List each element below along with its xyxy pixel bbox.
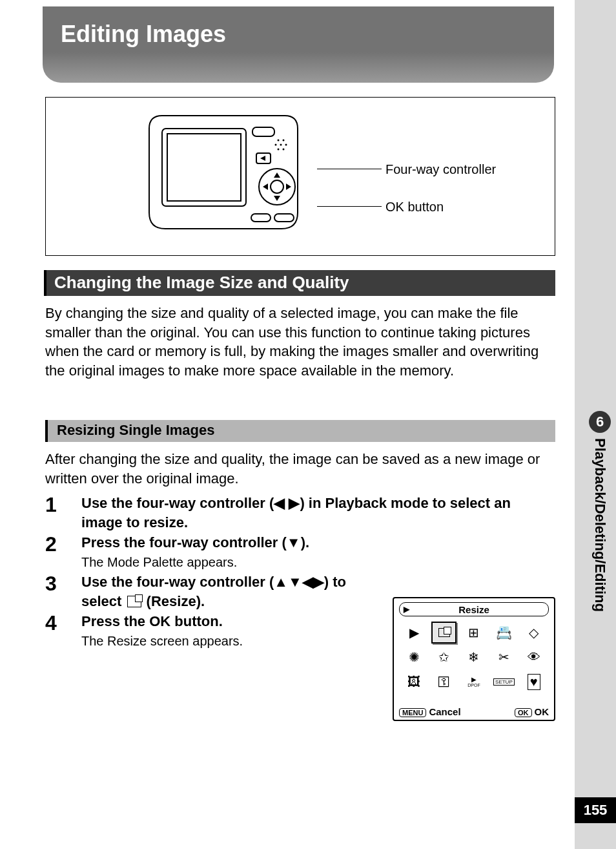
svg-rect-2 (252, 127, 274, 136)
section-heading: Changing the Image Size and Quality (44, 270, 555, 296)
palette-icon: ◇ (522, 622, 546, 644)
step-2: 2 Press the four-way controller (▼). The… (45, 533, 555, 571)
step-1: 1 Use the four-way controller (◀ ▶) in P… (45, 494, 555, 532)
svg-point-15 (275, 144, 277, 146)
svg-point-14 (283, 140, 285, 142)
palette-icon: ❄ (462, 646, 486, 668)
after-paragraph: After changing the size and quality, the… (45, 450, 555, 488)
step-number: 2 (45, 533, 81, 571)
palette-icon: ✂ (491, 646, 516, 668)
step-number: 4 (45, 612, 81, 650)
palette-grid: ▶ ⊞ 📇 ◇ ✺ ✩ ❄ ✂ 👁 🖼 ⚿ ▶DPOF SETUP ♥ (394, 619, 554, 695)
ok-label: OK (535, 706, 549, 717)
camera-diagram-box: Four-way controller OK button (45, 97, 555, 256)
step-3: 3 Use the four-way controller (▲▼◀▶) to … (45, 572, 381, 611)
chapter-label: Playback/Deleting/Editing (591, 438, 608, 612)
step-title: Press the OK button. (81, 612, 381, 631)
svg-point-4 (271, 180, 283, 193)
palette-icon: ✩ (431, 646, 456, 668)
svg-rect-9 (251, 214, 271, 222)
svg-rect-1 (167, 134, 241, 201)
step-title: Use the four-way controller (▲▼◀▶) to se… (81, 572, 381, 611)
palette-icon: 👁 (522, 646, 546, 668)
palette-icon: ▶ (402, 622, 426, 644)
page-title-tab: Editing Images (43, 6, 554, 83)
palette-title: Resize (458, 604, 489, 615)
step-4: 4 Press the OK button. The Resize screen… (45, 612, 381, 650)
palette-icon: ⊞ (462, 622, 486, 644)
svg-point-19 (283, 149, 285, 151)
step-title: Use the four-way controller (◀ ▶) in Pla… (81, 494, 555, 532)
svg-rect-10 (274, 214, 294, 222)
svg-point-18 (278, 149, 280, 151)
callout-ok: OK button (385, 200, 444, 215)
palette-icon: SETUP (491, 671, 516, 693)
cancel-label: Cancel (429, 706, 460, 717)
step-title: Press the four-way controller (▼). (81, 533, 555, 552)
palette-header: ▶ Resize (399, 602, 549, 616)
mode-palette-screenshot: ▶ Resize ▶ ⊞ 📇 ◇ ✺ ✩ ❄ ✂ 👁 🖼 ⚿ ▶DPOF SET… (393, 597, 555, 721)
svg-point-16 (280, 144, 282, 146)
side-tab: 6 Playback/Deleting/Editing (589, 411, 611, 612)
palette-icon: ✺ (402, 646, 426, 668)
page-content: Editing Images (0, 0, 575, 849)
palette-icon: ♥ (522, 671, 546, 693)
svg-point-13 (278, 140, 280, 142)
step-note: The Resize screen appears. (81, 633, 381, 650)
palette-icon: 🖼 (402, 671, 426, 693)
menu-key-icon: MENU (399, 708, 426, 717)
palette-icon: ▶DPOF (462, 671, 486, 693)
sub-heading: Resizing Single Images (45, 420, 555, 442)
page-number: 155 (575, 797, 616, 823)
palette-footer: MENUCancel OKOK (399, 706, 549, 717)
intro-paragraph: By changing the size and quality of a se… (45, 304, 555, 381)
svg-point-17 (285, 144, 287, 146)
callout-line (317, 206, 382, 207)
step-number: 3 (45, 572, 81, 611)
callout-fourway: Four-way controller (385, 162, 496, 177)
camera-illustration (136, 103, 317, 245)
palette-icon: ⚿ (431, 671, 456, 693)
callout-line (317, 169, 382, 169)
page-title: Editing Images (61, 21, 536, 48)
palette-icon-resize (431, 622, 456, 644)
ok-key-icon: OK (515, 708, 532, 717)
resize-icon (127, 596, 141, 607)
play-icon: ▶ (404, 605, 409, 614)
step-number: 1 (45, 494, 81, 532)
chapter-number-badge: 6 (589, 411, 611, 433)
palette-icon: 📇 (491, 622, 516, 644)
step-note: The Mode Palette appears. (81, 554, 555, 571)
